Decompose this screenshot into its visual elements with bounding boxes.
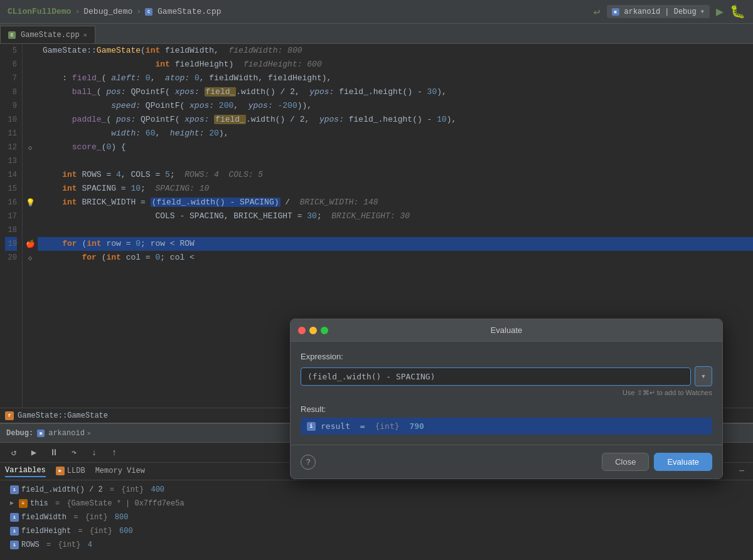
code-line-7: : field_( aleft: 0, atop: 0, fieldWidth,… — [38, 71, 753, 85]
dialog-title: Evaluate — [491, 325, 523, 335]
session-name: arkanoid — [48, 429, 85, 438]
code-line-6: int fieldHeight) fieldHeight: 600 — [38, 58, 753, 71]
remove-watch-button[interactable]: − — [735, 465, 748, 478]
file-type-icon: C — [145, 8, 152, 16]
code-line-19: for (int row = 0; row < ROW — [38, 237, 753, 251]
gutter: ◇ 💡 🍎 ◇ — [23, 44, 38, 408]
run-button[interactable]: ▶ — [716, 4, 724, 19]
code-line-10: paddle_( pos: QPointF( xpos: field_.widt… — [38, 113, 753, 127]
result-label: Result: — [301, 404, 712, 414]
var-icon-field-width: i — [10, 485, 19, 494]
back-icon[interactable]: ↩ — [594, 5, 601, 19]
minimize-window-button[interactable] — [309, 327, 317, 334]
tab-variables[interactable]: Variables — [5, 466, 46, 477]
tab-lldb-label: LLDB — [67, 467, 85, 475]
session-close[interactable]: ✕ — [87, 430, 91, 437]
close-dialog-button[interactable]: Close — [602, 453, 649, 471]
file-name: GameState.cpp — [158, 7, 221, 16]
var-row-fieldheight[interactable]: i fieldHeight = {int} 600 — [0, 524, 753, 538]
pause-button[interactable]: ⏸ — [45, 445, 63, 460]
var-row-field-width[interactable]: i field_.width() / 2 = {int} 400 — [0, 483, 753, 497]
resume-button[interactable]: ▶ — [25, 445, 43, 460]
step-over-button[interactable]: ↷ — [65, 445, 83, 460]
run-config-label: arkanoid | Debug — [624, 8, 697, 16]
result-value: 790 — [409, 421, 424, 431]
project-name: CLionFullDemo — [8, 7, 71, 16]
tab-memory-view[interactable]: Memory View — [95, 467, 145, 477]
evaluate-button[interactable]: Evaluate — [654, 453, 712, 471]
var-icon-fieldwidth: i — [10, 513, 19, 522]
var-row-rows[interactable]: i ROWS = {int} 4 — [0, 538, 753, 552]
lldb-icon: ▶ — [56, 467, 65, 475]
debug-session[interactable]: ▣ arkanoid ✕ — [37, 429, 91, 438]
dialog-footer: ? Close Evaluate — [291, 445, 722, 478]
tab-bar: C GameState.cpp ✕ — [0, 24, 753, 44]
var-row-this[interactable]: ▶ ≡ this = {GameState * | 0x7ffd7ee5a — [0, 497, 753, 510]
window-controls — [298, 327, 328, 334]
tab-memory-label: Memory View — [95, 467, 145, 475]
line-numbers: 5 6 7 8 9 10 11 12 13 14 15 16 17 18 19 … — [0, 44, 23, 408]
result-name: result — [321, 421, 350, 431]
close-window-button[interactable] — [298, 327, 306, 334]
restart-debug-button[interactable]: ↺ — [5, 445, 23, 460]
tab-gamestatepp[interactable]: C GameState.cpp ✕ — [0, 26, 95, 43]
tab-label: GameState.cpp — [21, 31, 80, 40]
code-line-15: int SPACING = 10; SPACING: 10 — [38, 182, 753, 196]
debug-button[interactable]: 🐛 — [730, 4, 745, 19]
code-line-8: ball_( pos: QPointF( xpos: field_.width(… — [38, 85, 753, 99]
maximize-window-button[interactable] — [321, 327, 328, 334]
code-line-12: score_(0) { — [38, 140, 753, 154]
variables-list: i field_.width() / 2 = {int} 400 ▶ ≡ thi… — [0, 480, 753, 560]
breadcrumb: CLionFullDemo › Debug_demo › C GameState… — [8, 7, 221, 16]
expand-this-icon[interactable]: ▶ — [10, 497, 16, 510]
step-into-button[interactable]: ↓ — [85, 445, 103, 460]
expression-input-row: ▾ — [301, 366, 712, 386]
code-line-20: for (int col = 0; col < — [38, 251, 753, 265]
expression-label: Expression: — [301, 352, 712, 361]
result-row: i result = {int} 790 — [301, 418, 712, 435]
tab-close-icon[interactable]: ✕ — [83, 31, 87, 39]
code-line-18 — [38, 223, 753, 237]
help-button[interactable]: ? — [301, 455, 316, 470]
step-out-button[interactable]: ↑ — [105, 445, 123, 460]
session-icon: ▣ — [37, 430, 45, 437]
tab-file-icon: C — [8, 31, 16, 39]
var-row-fieldwidth[interactable]: i fieldWidth = {int} 800 — [0, 510, 753, 524]
run-configuration[interactable]: ▣ arkanoid | Debug ▾ — [607, 5, 710, 18]
code-line-13 — [38, 154, 753, 168]
title-bar: CLionFullDemo › Debug_demo › C GameState… — [0, 0, 753, 24]
result-eq: = — [355, 421, 370, 431]
evaluate-dialog: Evaluate Expression: ▾ Use ⇧⌘↵ to add to… — [290, 319, 723, 479]
dialog-action-buttons: Close Evaluate — [602, 453, 712, 471]
code-line-17: COLS - SPACING, BRICK_HEIGHT = 30; BRICK… — [38, 209, 753, 223]
var-icon-fieldheight: i — [10, 527, 19, 536]
tab-variables-label: Variables — [5, 466, 46, 475]
stack-frame-label: GameState::GameState — [18, 411, 108, 420]
code-line-9: speed: QPointF( xpos: 200, ypos: -200)), — [38, 99, 753, 113]
expression-history-dropdown[interactable]: ▾ — [695, 366, 712, 386]
watches-hint: Use ⇧⌘↵ to add to Watches — [301, 389, 712, 397]
expression-input[interactable] — [301, 367, 691, 386]
folder-name: Debug_demo — [83, 7, 132, 16]
var-icon-rows: i — [10, 541, 19, 549]
code-line-5: GameState::GameState(int fieldWidth, fie… — [38, 44, 753, 58]
dialog-body: Expression: ▾ Use ⇧⌘↵ to add to Watches … — [291, 342, 722, 445]
result-type: {int} — [375, 421, 404, 431]
tab-lldb[interactable]: ▶ LLDB — [56, 467, 85, 477]
code-line-16: int BRICK_WIDTH = (field_.width() - SPAC… — [38, 196, 753, 209]
code-line-14: int ROWS = 4, COLS = 5; ROWS: 4 COLS: 5 — [38, 168, 753, 182]
toolbar-right: ↩ ▣ arkanoid | Debug ▾ ▶ 🐛 — [594, 4, 745, 19]
code-line-11: width: 60, height: 20), — [38, 127, 753, 140]
stack-frame-icon: f — [5, 411, 14, 420]
dialog-title-bar: Evaluate — [291, 319, 722, 342]
debug-label: Debug: — [6, 429, 33, 438]
debug-label-area: Debug: ▣ arkanoid ✕ — [6, 429, 91, 438]
var-icon-this: ≡ — [19, 499, 28, 508]
run-config-icon: ▣ — [612, 8, 619, 16]
run-config-dropdown-icon[interactable]: ▾ — [700, 7, 705, 16]
result-var-icon: i — [307, 422, 316, 431]
